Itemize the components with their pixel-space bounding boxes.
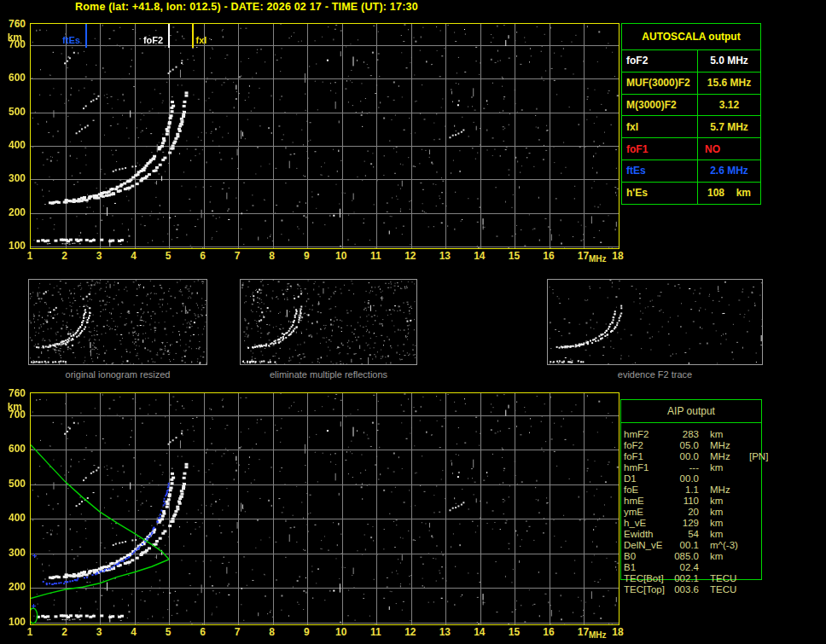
- autoscala-table-title: AUTOSCALA output: [622, 24, 760, 49]
- x-tick-label: 1: [21, 251, 38, 262]
- aip-row-unit: km: [710, 496, 749, 507]
- aip-row-unit: [710, 562, 749, 573]
- x-tick-label: 9: [298, 627, 315, 638]
- autoscala-row-label: ftEs: [622, 160, 698, 182]
- x-tick-label: 2: [56, 251, 73, 262]
- y-axis-unit-label: km: [2, 32, 22, 43]
- top-ionogram-plot: [30, 23, 620, 249]
- x-tick-label: 18: [609, 627, 626, 638]
- x-tick-label: 1: [21, 627, 38, 638]
- x-tick-label: 8: [264, 627, 281, 638]
- aip-row-unit: m^(-3): [710, 540, 749, 551]
- legend-label-ftes: ftEs: [55, 35, 80, 45]
- x-axis-unit-label: MHz: [589, 630, 607, 640]
- aip-row-value: 00.1: [672, 540, 699, 551]
- y-tick-label: 300: [2, 173, 26, 183]
- autoscala-row: M(3000)F23.12: [622, 94, 760, 116]
- x-tick-label: 16: [540, 627, 557, 638]
- thumbnail-caption: eliminate multiple reflections: [240, 369, 417, 380]
- x-tick-label: 10: [333, 627, 350, 638]
- x-tick-label: 11: [367, 627, 384, 638]
- x-tick-label: 8: [264, 251, 281, 262]
- x-tick-label: 5: [160, 251, 177, 262]
- aip-row-value: 129: [672, 518, 699, 529]
- autoscala-row-label: h'Es: [622, 183, 698, 204]
- x-tick-label: 15: [505, 627, 522, 638]
- thumbnail-eliminate-reflections: [240, 279, 417, 365]
- x-tick-label: 9: [298, 251, 315, 262]
- aip-row-unit: TECU: [710, 573, 749, 584]
- y-tick-label: 100: [2, 241, 26, 251]
- x-tick-label: 15: [505, 251, 522, 262]
- aip-row-label: TEC[Bot]: [624, 573, 672, 584]
- aip-row-label: hmF2: [624, 429, 672, 440]
- aip-row-unit: km: [710, 551, 749, 562]
- x-tick-label: 12: [402, 627, 419, 638]
- aip-row-unit: MHz: [710, 440, 749, 451]
- aip-table-rows: hmF2283kmfoF205.0MHzfoF100.0MHz[PN]hmF1-…: [624, 429, 794, 595]
- thumbnail-evidence-f2-trace: [547, 279, 763, 365]
- autoscala-row-label: foF1: [622, 138, 698, 160]
- bottom-ionogram-profile-plot: [30, 392, 620, 625]
- legend-label-fof2: foF2: [137, 35, 163, 45]
- thumbnail-caption: original ionogram resized: [28, 369, 207, 380]
- aip-row-value: 00.0: [672, 473, 699, 484]
- aip-row-value: 283: [672, 429, 699, 440]
- aip-row-flag: [PN]: [749, 451, 768, 462]
- x-tick-label: 3: [90, 251, 108, 262]
- autoscala-row: ftEs2.6 MHz: [622, 160, 760, 182]
- aip-row: foF205.0MHz: [624, 440, 794, 451]
- aip-row-value: 05.0: [672, 440, 699, 451]
- aip-row-unit: km: [710, 462, 749, 473]
- autoscala-output-table: AUTOSCALA output foF25.0 MHzMUF(3000)F21…: [621, 23, 761, 205]
- aip-row-label: h_vE: [624, 518, 672, 529]
- aip-row-unit: km: [710, 529, 749, 540]
- x-tick-label: 5: [160, 627, 177, 638]
- autoscala-row-value: NO: [698, 138, 760, 160]
- x-tick-label: 13: [436, 627, 453, 638]
- aip-row: TEC[Top]003.6TECU: [624, 584, 794, 595]
- aip-row-value: 110: [672, 496, 699, 507]
- aip-row-label: hmE: [624, 496, 672, 507]
- x-axis-unit-label: MHz: [589, 254, 607, 264]
- y-tick-label: 600: [2, 73, 26, 83]
- autoscala-row: foF1NO: [622, 137, 760, 160]
- x-tick-label: 13: [436, 251, 453, 262]
- thumbnail-caption: evidence F2 trace: [547, 369, 763, 380]
- y-tick-label: 760: [2, 19, 26, 29]
- x-tick-label: 7: [229, 627, 246, 638]
- aip-row-label: foF2: [624, 440, 672, 451]
- aip-row-unit: MHz: [710, 451, 749, 462]
- x-tick-label: 11: [367, 251, 384, 262]
- y-tick-label: 300: [2, 548, 26, 558]
- aip-row-unit: MHz: [710, 484, 749, 496]
- y-tick-label: 400: [2, 513, 26, 523]
- aip-row-unit: km: [710, 429, 749, 440]
- x-tick-label: 7: [229, 251, 246, 262]
- aip-row: B0085.0km: [624, 551, 794, 562]
- aip-row-unit: km: [710, 518, 749, 529]
- x-tick-label: 6: [195, 627, 212, 638]
- aip-row-label: B0: [624, 551, 672, 562]
- autoscala-row: foF25.0 MHz: [622, 49, 760, 72]
- x-tick-label: 4: [125, 251, 143, 262]
- y-tick-label: 200: [2, 582, 26, 592]
- x-tick-label: 6: [195, 251, 212, 262]
- autoscala-row-value: 5.0 MHz: [698, 50, 760, 72]
- x-tick-label: 18: [609, 251, 626, 262]
- autoscala-row-value-unit: km: [736, 187, 751, 199]
- aip-row: D100.0: [624, 473, 794, 484]
- aip-row: h_vE129km: [624, 518, 794, 529]
- autoscala-row-label: M(3000)F2: [622, 95, 698, 116]
- aip-row-label: ymE: [624, 507, 672, 518]
- x-tick-label: 16: [540, 251, 557, 262]
- aip-row-label: hmF1: [624, 462, 672, 473]
- autoscala-row-value: 5.7 MHz: [698, 116, 760, 137]
- autoscala-row-value: 108km: [698, 183, 760, 204]
- aip-row: ymE20km: [624, 507, 794, 518]
- x-tick-label: 10: [333, 251, 350, 262]
- aip-row: TEC[Bot]002.1TECU: [624, 573, 794, 584]
- autoscala-row-value: 3.12: [698, 95, 760, 116]
- aip-row-unit: [710, 473, 749, 484]
- legend-label-fxi: fxI: [195, 35, 206, 45]
